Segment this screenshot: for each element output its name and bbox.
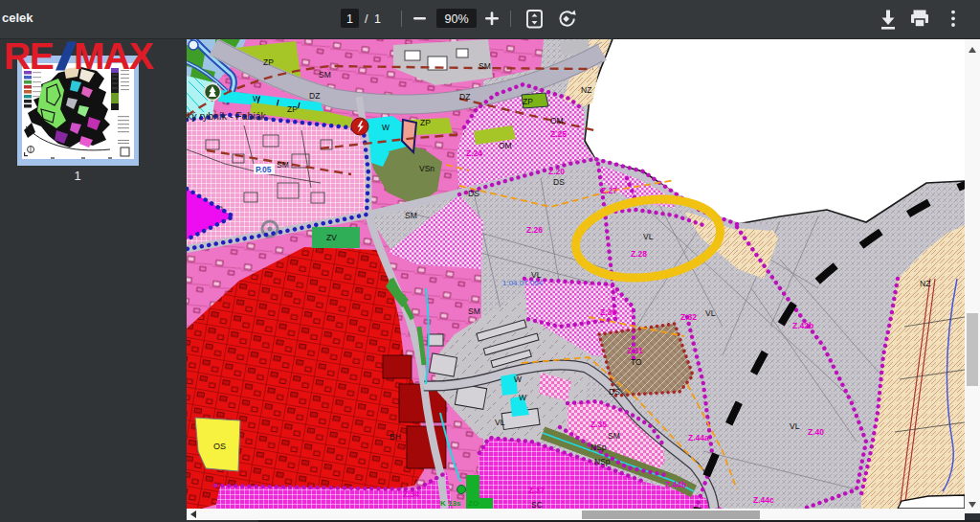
svg-text:Z.44c: Z.44c (753, 495, 774, 505)
svg-text:DS: DS (609, 387, 620, 397)
svg-text:DZ: DZ (459, 92, 470, 102)
svg-text:W: W (519, 393, 526, 402)
svg-text:P.05: P.05 (256, 165, 272, 174)
svg-text:W: W (382, 123, 390, 132)
svg-text:SM: SM (319, 70, 331, 79)
svg-text:Z.37: Z.37 (528, 486, 545, 495)
svg-text:VL: VL (643, 232, 654, 241)
svg-text:ký rybník - Fabiák: ký rybník - Fabiák (187, 110, 267, 122)
svg-text:NZ: NZ (581, 85, 591, 95)
svg-text:SM: SM (277, 160, 289, 170)
svg-text:Z.31: Z.31 (627, 346, 643, 355)
svg-text:OM: OM (550, 116, 564, 125)
svg-text:ZP: ZP (287, 104, 298, 114)
svg-text:Z.44a: Z.44a (688, 433, 709, 443)
svg-text:ZV: ZV (326, 233, 337, 242)
svg-text:ZP: ZP (420, 118, 431, 127)
svg-text:Z.34: Z.34 (403, 489, 419, 499)
svg-text:K 13s: K 13s (440, 499, 461, 508)
svg-text:Z.32: Z.32 (680, 312, 697, 322)
svg-text:SC: SC (531, 500, 543, 509)
svg-text:Z.25: Z.25 (550, 129, 567, 139)
svg-text:Z.30: Z.30 (600, 307, 616, 317)
svg-text:Z.26: Z.26 (526, 225, 543, 235)
svg-text:VSn: VSn (419, 164, 434, 173)
svg-text:DZ: DZ (309, 91, 320, 101)
svg-text:Z.28: Z.28 (631, 249, 647, 259)
svg-text:SM: SM (608, 431, 620, 441)
svg-text:VL: VL (705, 308, 716, 318)
svg-text:/: / (365, 12, 368, 26)
svg-text:Z.35: Z.35 (590, 420, 607, 429)
svg-text:Z.42b: Z.42b (792, 321, 813, 330)
svg-text:Z.27: Z.27 (601, 186, 617, 195)
svg-text:BH: BH (390, 432, 401, 442)
svg-text:TO: TO (631, 357, 642, 367)
svg-text:ZO: ZO (468, 499, 479, 508)
svg-text:NSp: NSp (594, 457, 611, 466)
svg-text:90%: 90% (444, 12, 468, 26)
svg-text:Z.44b: Z.44b (665, 480, 686, 489)
svg-text:SM: SM (479, 61, 491, 71)
svg-text:SM: SM (405, 211, 417, 220)
svg-text:Z.20: Z.20 (548, 167, 565, 176)
svg-text:NSp: NSp (590, 443, 607, 452)
svg-text:W: W (514, 374, 522, 384)
svg-text:1: 1 (374, 12, 381, 26)
svg-text:VL: VL (495, 418, 505, 427)
svg-text:OM: OM (499, 141, 512, 150)
svg-text:DS: DS (553, 177, 565, 187)
svg-text:W: W (253, 94, 260, 103)
svg-text:DS: DS (468, 189, 479, 198)
svg-text:VL: VL (790, 421, 800, 431)
svg-text:1:04.07.054: 1:04.07.054 (502, 279, 544, 287)
svg-text:MAX: MAX (74, 35, 154, 77)
svg-text:Z.40: Z.40 (808, 427, 824, 437)
svg-text:RE: RE (4, 35, 54, 77)
svg-text:ZP: ZP (263, 57, 274, 67)
svg-text:ZP: ZP (523, 97, 533, 106)
svg-text:Z.24: Z.24 (466, 148, 482, 158)
svg-text:SM: SM (468, 306, 480, 316)
svg-text:OS: OS (213, 442, 226, 451)
svg-text:NZ: NZ (920, 279, 930, 288)
svg-text:1: 1 (346, 12, 353, 26)
